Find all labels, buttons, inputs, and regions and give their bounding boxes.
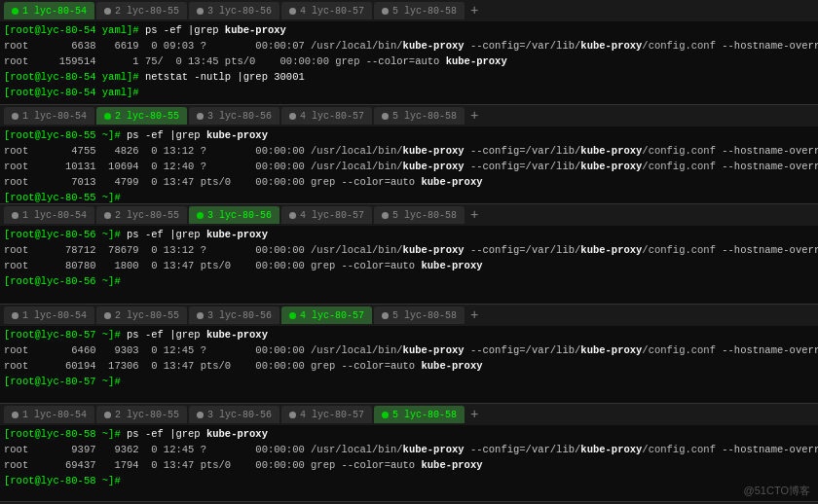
tab-3-5[interactable]: 5 lyc-80-58: [374, 206, 465, 224]
terminal-panel-4: 1 lyc-80-542 lyc-80-553 lyc-80-564 lyc-8…: [0, 305, 818, 404]
tab-5-3[interactable]: 3 lyc-80-56: [189, 406, 279, 423]
tab-5-5[interactable]: 5 lyc-80-58: [374, 406, 465, 423]
terminal-content-3: [root@lyc-80-56 ~]# ps -ef |grep kube-pr…: [0, 226, 818, 304]
tab-dot-icon: [197, 312, 204, 319]
terminal-line: [root@lyc-80-56 ~]#: [4, 275, 127, 287]
tab-label: 2 lyc-80-55: [115, 210, 179, 221]
tab-5-1[interactable]: 1 lyc-80-54: [4, 406, 94, 423]
tab-dot-icon: [12, 212, 19, 219]
terminal-panel-3: 1 lyc-80-542 lyc-80-553 lyc-80-564 lyc-8…: [0, 204, 818, 305]
tab-label: 3 lyc-80-56: [207, 210, 272, 221]
tab-1-5[interactable]: 5 lyc-80-58: [374, 2, 465, 19]
tab-dot-icon: [382, 8, 389, 15]
tab-dot-icon: [382, 412, 389, 418]
tab-bar-1: 1 lyc-80-542 lyc-80-553 lyc-80-564 lyc-8…: [0, 0, 818, 21]
tab-dot-icon: [289, 412, 296, 418]
tab-4-3[interactable]: 3 lyc-80-56: [189, 306, 279, 324]
tab-1-1[interactable]: 1 lyc-80-54: [4, 2, 94, 19]
tab-dot-icon: [104, 312, 111, 319]
terminal-line: root 7013 4799 0 13:47 pts/0 00:00:00 gr…: [4, 176, 483, 188]
terminal-line: root 10131 10694 0 12:40 ? 00:00:00 /usr…: [4, 161, 818, 172]
terminal-line: [root@lyc-80-58 ~]# ps -ef |grep kube-pr…: [4, 428, 268, 440]
tab-dot-icon: [289, 212, 296, 219]
terminal-line: root 6638 6619 0 09:03 ? 00:00:07 /usr/l…: [4, 40, 818, 52]
tab-label: 5 lyc-80-58: [392, 310, 457, 321]
tab-bar-2: 1 lyc-80-542 lyc-80-553 lyc-80-564 lyc-8…: [0, 105, 818, 126]
tab-bar-5: 1 lyc-80-542 lyc-80-553 lyc-80-564 lyc-8…: [0, 404, 818, 425]
tab-label: 3 lyc-80-56: [207, 6, 272, 17]
tab-label: 5 lyc-80-58: [392, 111, 457, 122]
terminal-line: root 69437 1794 0 13:47 pts/0 00:00:00 g…: [4, 459, 483, 471]
terminal-line: [root@lyc-80-55 ~]# ps -ef |grep kube-pr…: [4, 129, 268, 141]
tab-5-4[interactable]: 4 lyc-80-57: [281, 406, 372, 423]
terminal-content-2: [root@lyc-80-55 ~]# ps -ef |grep kube-pr…: [0, 126, 818, 203]
terminal-content-1: [root@lyc-80-54 yaml]# ps -ef |grep kube…: [0, 21, 818, 104]
tab-3-2[interactable]: 2 lyc-80-55: [96, 206, 187, 224]
tab-dot-icon: [104, 113, 111, 120]
tab-dot-icon: [104, 212, 111, 219]
terminal-panel-1: 1 lyc-80-542 lyc-80-553 lyc-80-564 lyc-8…: [0, 0, 818, 105]
terminal-line: root 9397 9362 0 12:45 ? 00:00:00 /usr/l…: [4, 444, 818, 455]
tab-dot-icon: [197, 212, 204, 219]
tab-label: 4 lyc-80-57: [300, 210, 364, 221]
terminal-line: [root@lyc-80-54 yaml]# netstat -nutlp |g…: [4, 71, 305, 83]
tab-3-3[interactable]: 3 lyc-80-56: [189, 206, 279, 224]
tab-add-button[interactable]: +: [466, 406, 482, 423]
tab-bar-4: 1 lyc-80-542 lyc-80-553 lyc-80-564 lyc-8…: [0, 305, 818, 326]
tab-label: 1 lyc-80-54: [22, 410, 87, 420]
tab-2-1[interactable]: 1 lyc-80-54: [4, 107, 94, 125]
tab-label: 3 lyc-80-56: [207, 111, 272, 122]
tab-add-button[interactable]: +: [466, 107, 482, 125]
tab-1-3[interactable]: 3 lyc-80-56: [189, 2, 279, 19]
tab-4-4[interactable]: 4 lyc-80-57: [281, 306, 372, 324]
tab-1-4[interactable]: 4 lyc-80-57: [281, 2, 372, 19]
tab-add-button[interactable]: +: [466, 206, 482, 224]
terminal-line: [root@lyc-80-54 yaml]#: [4, 87, 145, 98]
tab-4-5[interactable]: 5 lyc-80-58: [374, 306, 465, 324]
tab-label: 1 lyc-80-54: [22, 6, 87, 17]
tab-add-button[interactable]: +: [466, 306, 482, 324]
tab-2-4[interactable]: 4 lyc-80-57: [281, 107, 372, 125]
tab-3-1[interactable]: 1 lyc-80-54: [4, 206, 94, 224]
terminal-line: root 159514 1 75/ 0 13:45 pts/0 00:00:00…: [4, 55, 507, 67]
tab-label: 3 lyc-80-56: [207, 310, 272, 321]
tab-dot-icon: [12, 113, 19, 120]
tab-dot-icon: [382, 312, 389, 319]
terminal-line: [root@lyc-80-55 ~]#: [4, 192, 127, 203]
tab-label: 5 lyc-80-58: [392, 6, 457, 17]
tab-label: 4 lyc-80-57: [300, 111, 364, 122]
tab-2-5[interactable]: 5 lyc-80-58: [374, 107, 465, 125]
tab-2-3[interactable]: 3 lyc-80-56: [189, 107, 279, 125]
terminal-line: root 80780 1800 0 13:47 pts/0 00:00:00 g…: [4, 260, 483, 271]
tab-add-button[interactable]: +: [466, 2, 482, 19]
tab-dot-icon: [12, 312, 19, 319]
tab-label: 1 lyc-80-54: [22, 111, 87, 122]
tab-dot-icon: [382, 212, 389, 219]
tab-dot-icon: [12, 8, 19, 15]
tab-2-2[interactable]: 2 lyc-80-55: [96, 107, 187, 125]
tab-dot-icon: [12, 412, 19, 418]
watermark: @51CTO博客: [744, 484, 810, 498]
tab-1-2[interactable]: 2 lyc-80-55: [96, 2, 187, 19]
tab-dot-icon: [197, 113, 204, 120]
tab-label: 2 lyc-80-55: [115, 410, 179, 420]
tab-label: 4 lyc-80-57: [300, 6, 364, 17]
tab-dot-icon: [382, 113, 389, 120]
tab-label: 5 lyc-80-58: [392, 410, 457, 420]
tab-5-2[interactable]: 2 lyc-80-55: [96, 406, 187, 423]
tab-dot-icon: [289, 8, 296, 15]
terminal-line: [root@lyc-80-58 ~]#: [4, 475, 127, 486]
terminal-line: [root@lyc-80-57 ~]# ps -ef |grep kube-pr…: [4, 329, 268, 341]
tab-label: 2 lyc-80-55: [115, 111, 179, 122]
tab-label: 4 lyc-80-57: [300, 310, 364, 321]
terminal-line: root 6460 9303 0 12:45 ? 00:00:00 /usr/l…: [4, 344, 818, 356]
tab-label: 1 lyc-80-54: [22, 210, 87, 221]
tab-label: 4 lyc-80-57: [300, 410, 364, 420]
tab-dot-icon: [104, 412, 111, 418]
tab-4-1[interactable]: 1 lyc-80-54: [4, 306, 94, 324]
tab-4-2[interactable]: 2 lyc-80-55: [96, 306, 187, 324]
tab-label: 3 lyc-80-56: [207, 410, 272, 420]
tab-label: 5 lyc-80-58: [392, 210, 457, 221]
tab-3-4[interactable]: 4 lyc-80-57: [281, 206, 372, 224]
tab-dot-icon: [197, 412, 204, 418]
